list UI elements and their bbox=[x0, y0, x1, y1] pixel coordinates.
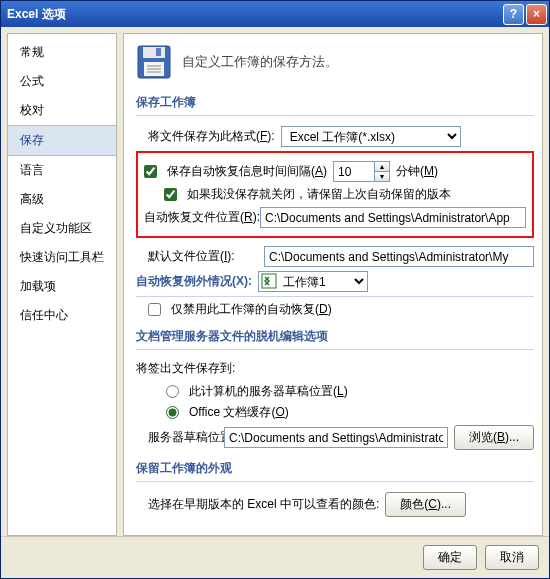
dialog-body: 常规公式校对保存语言高级自定义功能区快速访问工具栏加载项信任中心 自定义工作簿的… bbox=[1, 27, 549, 536]
colors-button[interactable]: 颜色(C)... bbox=[385, 492, 466, 517]
server-draft-loc-input[interactable] bbox=[224, 427, 448, 448]
sidebar-item-5[interactable]: 高级 bbox=[8, 185, 116, 214]
autosave-interval-input[interactable] bbox=[334, 162, 374, 181]
radio-office-label: Office 文档缓存(O) bbox=[189, 404, 289, 421]
page-heading: 自定义工作簿的保存方法。 bbox=[182, 53, 338, 71]
section-offline: 文档管理服务器文件的脱机编辑选项 bbox=[136, 328, 534, 350]
autorecover-loc-input[interactable] bbox=[260, 207, 526, 228]
autosave-checkbox[interactable] bbox=[144, 165, 157, 178]
sidebar-item-3[interactable]: 保存 bbox=[8, 125, 116, 156]
server-draft-loc-label: 服务器草稿位置(V): bbox=[148, 430, 218, 446]
autorecover-loc-label: 自动恢复文件位置(R): bbox=[144, 209, 254, 226]
close-button[interactable]: × bbox=[526, 4, 547, 25]
appearance-label: 选择在早期版本的 Excel 中可以查看的颜色: bbox=[148, 496, 379, 513]
titlebar: Excel 选项 ? × bbox=[1, 1, 549, 27]
excel-file-icon bbox=[261, 273, 277, 289]
radio-server-drafts[interactable] bbox=[166, 385, 179, 398]
default-loc-input[interactable] bbox=[264, 246, 534, 267]
sidebar: 常规公式校对保存语言高级自定义功能区快速访问工具栏加载项信任中心 bbox=[7, 33, 117, 536]
sidebar-item-4[interactable]: 语言 bbox=[8, 156, 116, 185]
help-button[interactable]: ? bbox=[503, 4, 524, 25]
autosave-interval-spinner[interactable]: ▲▼ bbox=[333, 161, 390, 182]
autosave-label: 保存自动恢复信息时间间隔(A) bbox=[167, 163, 327, 180]
window-title: Excel 选项 bbox=[7, 6, 501, 23]
keep-last-label: 如果我没保存就关闭，请保留上次自动保留的版本 bbox=[187, 186, 451, 203]
save-disk-icon bbox=[136, 44, 172, 80]
radio-server-label: 此计算机的服务器草稿位置(L) bbox=[189, 383, 348, 400]
keep-last-checkbox[interactable] bbox=[164, 188, 177, 201]
save-format-select[interactable]: Excel 工作簿(*.xlsx) bbox=[281, 126, 461, 147]
disable-autorecover-checkbox[interactable] bbox=[148, 303, 161, 316]
sidebar-item-1[interactable]: 公式 bbox=[8, 67, 116, 96]
sidebar-item-6[interactable]: 自定义功能区 bbox=[8, 214, 116, 243]
default-loc-label: 默认文件位置(I): bbox=[148, 248, 258, 265]
sidebar-item-9[interactable]: 信任中心 bbox=[8, 301, 116, 330]
section-autorecover-except: 自动恢复例外情况(X): bbox=[136, 273, 252, 290]
sidebar-item-8[interactable]: 加载项 bbox=[8, 272, 116, 301]
sidebar-item-0[interactable]: 常规 bbox=[8, 38, 116, 67]
save-format-label: 将文件保存为此格式(F): bbox=[148, 128, 275, 145]
section-appearance: 保留工作簿的外观 bbox=[136, 460, 534, 482]
content-panel: 自定义工作簿的保存方法。 保存工作簿 将文件保存为此格式(F): Excel 工… bbox=[123, 33, 543, 536]
spin-up-icon[interactable]: ▲ bbox=[374, 162, 389, 172]
checkout-label: 将签出文件保存到: bbox=[136, 360, 534, 377]
dialog-footer: 确定 取消 bbox=[1, 536, 549, 578]
spin-down-icon[interactable]: ▼ bbox=[374, 172, 389, 181]
highlighted-region: 保存自动恢复信息时间间隔(A) ▲▼ 分钟(M) 如果我没保存就关闭，请保留上次… bbox=[136, 151, 534, 238]
sidebar-item-2[interactable]: 校对 bbox=[8, 96, 116, 125]
radio-office-cache[interactable] bbox=[166, 406, 179, 419]
svg-rect-2 bbox=[156, 48, 161, 56]
minutes-label: 分钟(M) bbox=[396, 163, 438, 180]
dialog-window: Excel 选项 ? × 常规公式校对保存语言高级自定义功能区快速访问工具栏加载… bbox=[0, 0, 550, 579]
browse-button[interactable]: 浏览(B)... bbox=[454, 425, 534, 450]
sidebar-item-7[interactable]: 快速访问工具栏 bbox=[8, 243, 116, 272]
section-save-workbook: 保存工作簿 bbox=[136, 94, 534, 116]
ok-button[interactable]: 确定 bbox=[423, 545, 477, 570]
svg-rect-1 bbox=[143, 47, 165, 58]
disable-autorecover-label: 仅禁用此工作簿的自动恢复(D) bbox=[171, 301, 332, 318]
cancel-button[interactable]: 取消 bbox=[485, 545, 539, 570]
